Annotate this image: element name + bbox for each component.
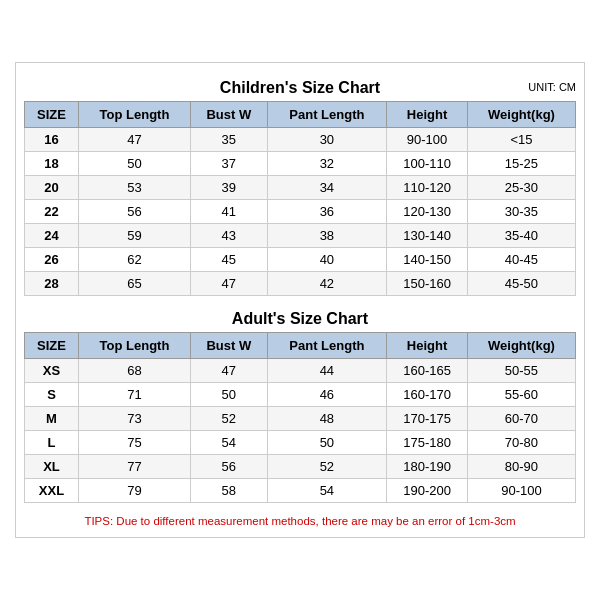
table-cell: 40-45: [467, 248, 575, 272]
table-cell: L: [25, 431, 79, 455]
adult-size-table: SIZE Top Length Bust W Pant Length Heigh…: [24, 332, 576, 503]
table-cell: 43: [191, 224, 268, 248]
table-cell: 50: [267, 431, 387, 455]
table-cell: 25-30: [467, 176, 575, 200]
table-row: XL775652180-19080-90: [25, 455, 576, 479]
table-cell: 30-35: [467, 200, 575, 224]
children-col-top-length: Top Length: [78, 102, 190, 128]
table-cell: XS: [25, 359, 79, 383]
adult-col-height: Height: [387, 333, 468, 359]
table-cell: 180-190: [387, 455, 468, 479]
table-cell: 100-110: [387, 152, 468, 176]
chart-container: Children's Size Chart UNIT: CM SIZE Top …: [15, 62, 585, 538]
table-cell: XL: [25, 455, 79, 479]
table-row: 26624540140-15040-45: [25, 248, 576, 272]
table-cell: 55-60: [467, 383, 575, 407]
adult-header-row: SIZE Top Length Bust W Pant Length Heigh…: [25, 333, 576, 359]
table-cell: 52: [267, 455, 387, 479]
table-cell: 22: [25, 200, 79, 224]
table-row: M735248170-17560-70: [25, 407, 576, 431]
table-cell: 120-130: [387, 200, 468, 224]
table-cell: 36: [267, 200, 387, 224]
children-col-height: Height: [387, 102, 468, 128]
table-cell: 60-70: [467, 407, 575, 431]
table-cell: 46: [267, 383, 387, 407]
table-cell: 56: [191, 455, 268, 479]
table-cell: 40: [267, 248, 387, 272]
table-cell: 58: [191, 479, 268, 503]
table-cell: 150-160: [387, 272, 468, 296]
table-cell: 18: [25, 152, 79, 176]
table-cell: 41: [191, 200, 268, 224]
table-cell: 90-100: [387, 128, 468, 152]
table-cell: 47: [191, 359, 268, 383]
table-cell: XXL: [25, 479, 79, 503]
table-cell: 73: [78, 407, 190, 431]
table-cell: 170-175: [387, 407, 468, 431]
table-cell: 45-50: [467, 272, 575, 296]
table-cell: 20: [25, 176, 79, 200]
table-cell: 79: [78, 479, 190, 503]
table-cell: 32: [267, 152, 387, 176]
table-cell: 56: [78, 200, 190, 224]
table-row: 24594338130-14035-40: [25, 224, 576, 248]
table-cell: 34: [267, 176, 387, 200]
table-cell: 47: [191, 272, 268, 296]
table-cell: 26: [25, 248, 79, 272]
children-header-row: SIZE Top Length Bust W Pant Length Heigh…: [25, 102, 576, 128]
table-cell: 140-150: [387, 248, 468, 272]
table-cell: 50-55: [467, 359, 575, 383]
table-cell: 59: [78, 224, 190, 248]
table-cell: 65: [78, 272, 190, 296]
table-row: L755450175-18070-80: [25, 431, 576, 455]
table-cell: 77: [78, 455, 190, 479]
children-col-size: SIZE: [25, 102, 79, 128]
table-cell: 160-170: [387, 383, 468, 407]
adult-col-weight: Weight(kg): [467, 333, 575, 359]
table-cell: 16: [25, 128, 79, 152]
children-col-bust-w: Bust W: [191, 102, 268, 128]
table-cell: 52: [191, 407, 268, 431]
table-cell: 90-100: [467, 479, 575, 503]
table-row: S715046160-17055-60: [25, 383, 576, 407]
table-cell: 80-90: [467, 455, 575, 479]
table-cell: 48: [267, 407, 387, 431]
table-cell: 42: [267, 272, 387, 296]
table-cell: 35-40: [467, 224, 575, 248]
table-cell: 130-140: [387, 224, 468, 248]
table-cell: 37: [191, 152, 268, 176]
adult-col-bust-w: Bust W: [191, 333, 268, 359]
table-row: 18503732100-11015-25: [25, 152, 576, 176]
table-row: 20533934110-12025-30: [25, 176, 576, 200]
table-cell: 45: [191, 248, 268, 272]
table-cell: 175-180: [387, 431, 468, 455]
unit-label: UNIT: CM: [528, 81, 576, 93]
adult-col-top-length: Top Length: [78, 333, 190, 359]
adult-section-title: Adult's Size Chart: [24, 302, 576, 332]
table-cell: 54: [191, 431, 268, 455]
table-cell: 35: [191, 128, 268, 152]
table-cell: 190-200: [387, 479, 468, 503]
table-cell: 50: [78, 152, 190, 176]
table-cell: S: [25, 383, 79, 407]
children-section-title: Children's Size Chart UNIT: CM: [24, 73, 576, 101]
table-row: 1647353090-100<15: [25, 128, 576, 152]
table-row: 28654742150-16045-50: [25, 272, 576, 296]
children-col-pant-length: Pant Length: [267, 102, 387, 128]
table-row: XXL795854190-20090-100: [25, 479, 576, 503]
table-cell: 62: [78, 248, 190, 272]
adult-col-pant-length: Pant Length: [267, 333, 387, 359]
children-title-text: Children's Size Chart: [220, 79, 380, 96]
table-cell: 44: [267, 359, 387, 383]
table-cell: 30: [267, 128, 387, 152]
table-cell: <15: [467, 128, 575, 152]
table-cell: 24: [25, 224, 79, 248]
table-cell: M: [25, 407, 79, 431]
table-row: XS684744160-16550-55: [25, 359, 576, 383]
table-cell: 71: [78, 383, 190, 407]
table-cell: 50: [191, 383, 268, 407]
table-cell: 15-25: [467, 152, 575, 176]
children-col-weight: Weight(kg): [467, 102, 575, 128]
table-cell: 54: [267, 479, 387, 503]
table-cell: 28: [25, 272, 79, 296]
